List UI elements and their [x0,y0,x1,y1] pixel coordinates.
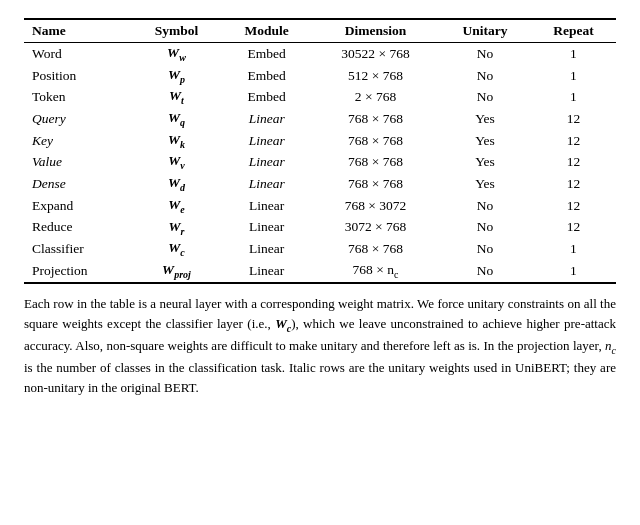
col-header-symbol: Symbol [132,19,222,43]
col-header-name: Name [24,19,132,43]
cell-unitary: Yes [439,151,531,173]
cell-name: Value [24,151,132,173]
cell-dimension: 768 × 3072 [312,195,439,217]
cell-symbol: Ww [132,43,222,65]
cell-symbol: Wproj [132,260,222,283]
cell-dimension: 768 × 768 [312,238,439,260]
cell-module: Linear [221,195,312,217]
cell-module: Linear [221,260,312,283]
cell-repeat: 12 [531,151,616,173]
cell-symbol: Wp [132,65,222,87]
table-caption: Each row in the table is a neural layer … [24,294,616,399]
weight-table: Name Symbol Module Dimension Unitary Rep… [24,18,616,284]
cell-dimension: 3072 × 768 [312,217,439,239]
cell-name: Token [24,86,132,108]
cell-unitary: No [439,195,531,217]
cell-symbol: Wc [132,238,222,260]
cell-module: Embed [221,86,312,108]
cell-unitary: No [439,65,531,87]
cell-symbol: We [132,195,222,217]
col-header-repeat: Repeat [531,19,616,43]
cell-symbol: Wd [132,173,222,195]
cell-symbol: Wr [132,217,222,239]
cell-name: Word [24,43,132,65]
col-header-module: Module [221,19,312,43]
cell-repeat: 12 [531,108,616,130]
cell-name: Key [24,130,132,152]
cell-dimension: 768 × 768 [312,173,439,195]
cell-repeat: 1 [531,86,616,108]
cell-name: Reduce [24,217,132,239]
cell-name: Position [24,65,132,87]
cell-repeat: 12 [531,217,616,239]
col-header-unitary: Unitary [439,19,531,43]
cell-dimension: 512 × 768 [312,65,439,87]
cell-dimension: 768 × 768 [312,130,439,152]
cell-dimension: 768 × 768 [312,108,439,130]
cell-repeat: 12 [531,130,616,152]
table-header-row: Name Symbol Module Dimension Unitary Rep… [24,19,616,43]
cell-unitary: Yes [439,173,531,195]
cell-unitary: No [439,43,531,65]
cell-unitary: No [439,260,531,283]
cell-symbol: Wt [132,86,222,108]
table-row: ProjectionWprojLinear768 × ncNo1 [24,260,616,283]
cell-name: Expand [24,195,132,217]
cell-dimension: 2 × 768 [312,86,439,108]
table-row: ReduceWrLinear3072 × 768No12 [24,217,616,239]
cell-dimension: 768 × nc [312,260,439,283]
cell-module: Linear [221,173,312,195]
cell-unitary: No [439,217,531,239]
table-row: ValueWvLinear768 × 768Yes12 [24,151,616,173]
cell-name: Projection [24,260,132,283]
cell-repeat: 1 [531,260,616,283]
cell-symbol: Wv [132,151,222,173]
cell-module: Linear [221,238,312,260]
cell-dimension: 30522 × 768 [312,43,439,65]
cell-repeat: 12 [531,195,616,217]
table-row: WordWwEmbed30522 × 768No1 [24,43,616,65]
cell-unitary: No [439,238,531,260]
table-row: TokenWtEmbed2 × 768No1 [24,86,616,108]
cell-module: Linear [221,108,312,130]
col-header-dimension: Dimension [312,19,439,43]
cell-symbol: Wq [132,108,222,130]
table-row: PositionWpEmbed512 × 768No1 [24,65,616,87]
cell-unitary: Yes [439,108,531,130]
cell-dimension: 768 × 768 [312,151,439,173]
table-row: ClassifierWcLinear768 × 768No1 [24,238,616,260]
cell-repeat: 12 [531,173,616,195]
cell-repeat: 1 [531,238,616,260]
cell-module: Linear [221,130,312,152]
cell-name: Dense [24,173,132,195]
table-row: KeyWkLinear768 × 768Yes12 [24,130,616,152]
table-row: ExpandWeLinear768 × 3072No12 [24,195,616,217]
cell-module: Linear [221,217,312,239]
cell-module: Linear [221,151,312,173]
table-row: QueryWqLinear768 × 768Yes12 [24,108,616,130]
cell-module: Embed [221,43,312,65]
cell-unitary: No [439,86,531,108]
cell-symbol: Wk [132,130,222,152]
cell-repeat: 1 [531,43,616,65]
cell-module: Embed [221,65,312,87]
cell-name: Query [24,108,132,130]
cell-repeat: 1 [531,65,616,87]
cell-unitary: Yes [439,130,531,152]
table-row: DenseWdLinear768 × 768Yes12 [24,173,616,195]
cell-name: Classifier [24,238,132,260]
